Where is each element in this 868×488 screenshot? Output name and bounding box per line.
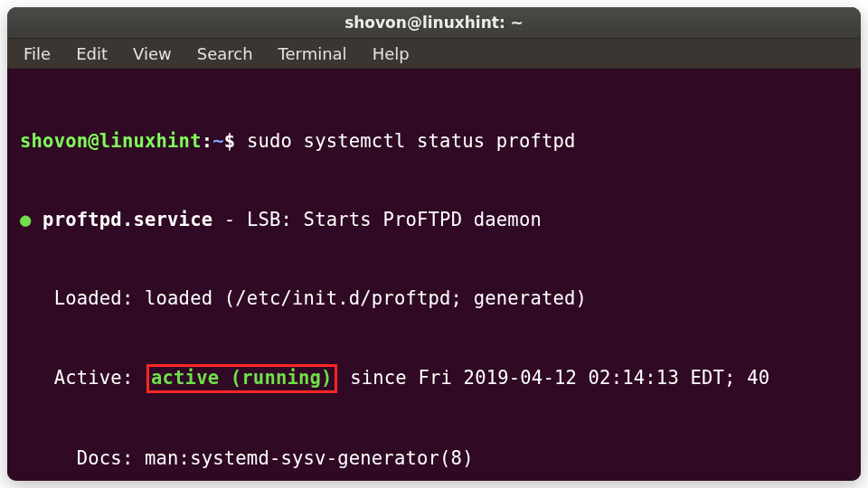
typed-command <box>235 130 247 152</box>
menu-file[interactable]: File <box>7 41 63 67</box>
menu-help[interactable]: Help <box>360 41 422 67</box>
prompt-line-1: shovon@linuxhint:~$ sudo systemctl statu… <box>20 128 848 155</box>
command-text: sudo systemctl status proftpd <box>247 130 576 152</box>
status-dot-icon: ● <box>20 209 32 230</box>
docs-key: Docs: <box>20 447 145 469</box>
service-name: proftpd.service <box>42 209 212 230</box>
prompt-path: ~ <box>212 130 224 152</box>
active-state: active (running) <box>151 367 333 389</box>
docs-value: man:systemd-sysv-generator(8) <box>145 447 474 469</box>
active-highlight-box: active (running) <box>146 364 337 393</box>
active-line: Active: active (running) since Fri 2019-… <box>20 364 848 393</box>
window-title: shovon@linuxhint: ~ <box>344 14 524 32</box>
service-dash: - <box>212 209 247 230</box>
loaded-key: Loaded: <box>20 287 145 309</box>
terminal-body[interactable]: shovon@linuxhint:~$ sudo systemctl statu… <box>7 69 861 481</box>
service-description: LSB: Starts ProFTPD daemon <box>247 209 542 230</box>
prompt-dollar: $ <box>224 130 236 152</box>
active-rest: since Fri 2019-04-12 02:14:13 EDT; 40 <box>339 367 770 389</box>
active-key: Active: <box>20 367 145 389</box>
loaded-value: loaded (/etc/init.d/proftpd; generated) <box>145 287 587 309</box>
docs-line: Docs: man:systemd-sysv-generator(8) <box>20 446 848 472</box>
titlebar: shovon@linuxhint: ~ <box>7 7 861 39</box>
terminal-window: shovon@linuxhint: ~ File Edit View Searc… <box>7 7 861 481</box>
status-header-line: ● proftpd.service - LSB: Starts ProFTPD … <box>20 207 848 233</box>
menu-terminal[interactable]: Terminal <box>266 41 360 67</box>
loaded-line: Loaded: loaded (/etc/init.d/proftpd; gen… <box>20 286 848 312</box>
menu-search[interactable]: Search <box>184 41 266 67</box>
menubar: File Edit View Search Terminal Help <box>7 39 861 69</box>
prompt-sep: : <box>202 130 213 152</box>
prompt-userhost: shovon@linuxhint <box>20 130 202 152</box>
menu-edit[interactable]: Edit <box>63 41 120 67</box>
menu-view[interactable]: View <box>120 41 184 67</box>
